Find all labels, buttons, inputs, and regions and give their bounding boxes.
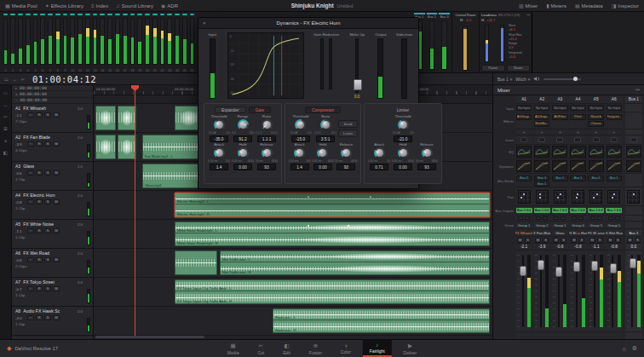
knob-value[interactable]: 1.4 <box>210 164 228 170</box>
monitor-volume-slider[interactable] <box>543 78 581 80</box>
solo-button[interactable]: S <box>635 238 641 243</box>
view-tool-icon[interactable]: ◧ <box>3 150 8 155</box>
track-header-a4[interactable]: A4FX Electric Hum2.0-0.8▫RSM1 Clip <box>12 191 93 220</box>
mute-button[interactable]: M <box>53 199 60 204</box>
bus-send-slot[interactable]: Bus 3 <box>534 176 550 181</box>
channel-indicator[interactable] <box>18 14 23 15</box>
effect-slot[interactable]: Frequen... <box>607 114 623 120</box>
bus-output[interactable]: Bus 1 0.0 <box>570 208 586 213</box>
pan-control[interactable] <box>536 190 549 204</box>
mute-button[interactable]: M <box>589 238 595 243</box>
mute-button[interactable]: M <box>53 315 60 320</box>
channel-indicator[interactable] <box>190 14 195 15</box>
lock-button[interactable]: ▫ <box>27 112 34 118</box>
lock-button[interactable]: ▫ <box>27 257 34 262</box>
effect-slot[interactable]: Reverb <box>588 114 604 120</box>
clip[interactable]: White Noise Road.mp3 - LWhite Noise Road… <box>175 222 490 246</box>
dialog-header[interactable]: × Dynamics - FX Electric Hum <box>198 18 418 29</box>
pan-control[interactable] <box>554 190 566 204</box>
track-header-a6[interactable]: A6FX Wet Road2.0-0.8▫RSM2 Clips <box>12 249 93 278</box>
topbar-button-mixer[interactable]: ▥Mixer <box>519 3 538 9</box>
link-button[interactable] <box>590 216 595 220</box>
trim-tool-icon[interactable]: ↔ <box>3 102 8 107</box>
listen-button[interactable]: Listen <box>338 130 358 137</box>
reset-button[interactable]: Reset <box>507 65 531 72</box>
record-arm-button[interactable]: R <box>36 141 43 147</box>
knob-value[interactable]: 1.4 <box>290 164 309 170</box>
channel-indicator[interactable] <box>33 14 38 15</box>
monitor-speaker-select[interactable]: Witch ▾ <box>515 77 530 82</box>
track-header-a8[interactable]: A8Audio FX Hawk Sc2.0-3.0▫RSM1 Clip <box>12 307 93 336</box>
solo-button[interactable]: S <box>615 238 621 243</box>
close-icon[interactable]: × <box>203 20 206 26</box>
dynamics-thumbnail[interactable] <box>552 160 567 171</box>
mute-button[interactable]: M <box>517 238 523 243</box>
topbar-button-sound-library[interactable]: ♫Sound Library <box>116 3 153 9</box>
zoom-tool-icon[interactable]: ⊞ <box>3 126 7 131</box>
bus-send-slot[interactable]: Bus 2 <box>588 176 604 181</box>
solo-button[interactable]: S <box>44 112 51 118</box>
mute-button[interactable]: M <box>53 112 60 118</box>
input-select[interactable]: No Input <box>534 105 550 111</box>
track-header-a7[interactable]: A7FX Tokyo Street2.0-0.7▫RSM1 Clip <box>12 278 93 307</box>
track-header-a5[interactable]: A5FX White Noise2.0-1.1▫RSM1 Clip <box>12 220 93 249</box>
link-button[interactable] <box>572 216 577 220</box>
mixer-ids-cell[interactable]: A1 <box>515 95 532 104</box>
bus-output[interactable]: Bus 1 0.0 <box>606 208 622 213</box>
channel-indicator[interactable] <box>48 14 53 15</box>
dynamics-thumbnail[interactable] <box>534 160 549 171</box>
effect-slot[interactable]: AUGrap... <box>534 114 550 120</box>
eq-thumbnail[interactable] <box>552 146 567 157</box>
channel-indicator[interactable] <box>175 14 180 15</box>
mixer-name-cell[interactable]: Glass <box>551 229 568 237</box>
lock-button[interactable]: ▫ <box>27 141 34 147</box>
channel-indicator[interactable] <box>10 14 15 15</box>
eq-thumbnail[interactable] <box>607 146 622 157</box>
dynamics-thumbnail[interactable] <box>607 160 622 171</box>
knob-value[interactable]: 0.00 <box>313 164 332 170</box>
channel-indicator[interactable] <box>100 14 105 15</box>
bus-send-slot[interactable]: Bus 2 <box>516 176 532 181</box>
knob-control[interactable] <box>317 147 328 158</box>
timecode-field[interactable]: ▸00:00:00:00 <box>12 85 93 91</box>
clip[interactable]: FX Tokyo Japan City Traffic Amb - LFX To… <box>175 279 490 304</box>
bus-send-slot[interactable]: Bus 1 <box>570 176 586 181</box>
clip[interactable]: Electric Hum.mp3 - LElectric Hum.mp3 - R <box>175 193 490 217</box>
record-arm-button[interactable]: R <box>36 228 43 233</box>
dynamics-thumbnail[interactable] <box>570 160 585 171</box>
topbar-button-meters[interactable]: ▮Meters <box>546 3 566 9</box>
channel-indicator[interactable] <box>70 14 75 15</box>
eq-thumbnail[interactable] <box>570 146 585 157</box>
automation-button[interactable] <box>543 216 548 220</box>
loudness-options-icon[interactable]: ••• <box>526 14 530 17</box>
channel-indicator[interactable] <box>85 14 90 15</box>
loudness-mode[interactable]: M <box>481 18 484 22</box>
mixer-name-cell[interactable]: FX Whoosh <box>515 229 532 237</box>
topbar-button-index[interactable]: ≡Index <box>91 3 108 9</box>
knob-value[interactable]: 3.5:1 <box>316 135 335 142</box>
knob-value[interactable]: 0.00 <box>233 164 252 170</box>
mute-button[interactable]: M <box>571 238 577 243</box>
bus-output[interactable]: Bus 1 0.0 <box>588 208 604 213</box>
solo-button[interactable]: S <box>44 257 51 262</box>
solo-button[interactable]: S <box>561 238 566 243</box>
clip[interactable] <box>118 106 136 130</box>
solo-button[interactable]: S <box>525 238 531 243</box>
bus-send-slot[interactable]: Bus 1 <box>552 176 568 181</box>
clip[interactable]: Fan Blade.mp3 - L <box>142 135 198 159</box>
tab-gate[interactable]: Gate <box>249 107 271 113</box>
range-tool-icon[interactable]: ↔ <box>13 77 17 82</box>
pause-button[interactable]: Pause <box>481 65 505 72</box>
clip[interactable]: Wet Traffic.wav - LWet Traffic.wav - R <box>220 250 490 275</box>
knob-control[interactable] <box>262 119 273 130</box>
effect-slot[interactable]: MultiBa... <box>534 121 550 127</box>
channel-indicator[interactable] <box>40 14 45 15</box>
slider-handle[interactable] <box>573 77 578 81</box>
knob-value[interactable]: 1.1:1 <box>257 135 276 142</box>
page-tab-edit[interactable]: ◧Edit <box>276 340 297 357</box>
link-button[interactable] <box>554 216 559 220</box>
mixer-ids-cell[interactable]: A4 <box>569 95 586 104</box>
solo-button[interactable]: S <box>44 315 51 320</box>
channel-indicator[interactable] <box>63 14 68 15</box>
page-tab-cut[interactable]: ✂Cut <box>250 340 271 357</box>
